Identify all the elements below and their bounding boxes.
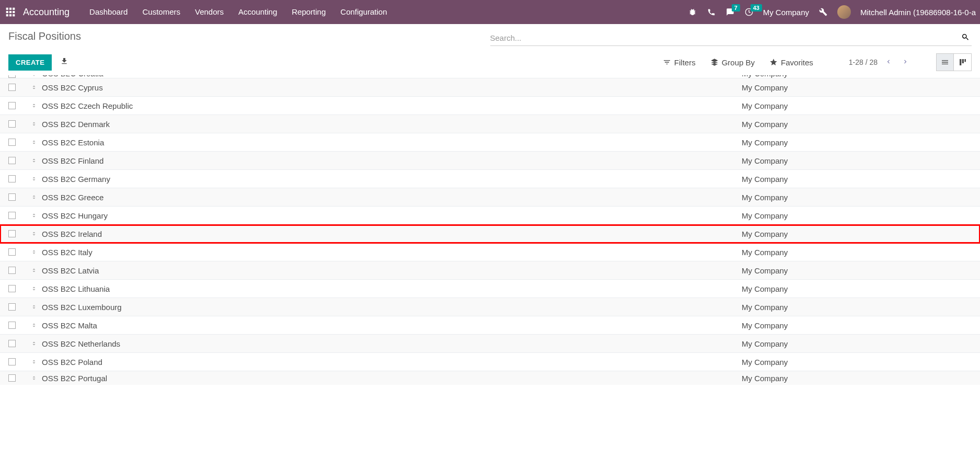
table-row[interactable]: OSS B2C ItalyMy Company <box>0 243 980 261</box>
apps-icon[interactable] <box>4 6 17 18</box>
table-row[interactable]: OSS B2C PortugalMy Company <box>0 371 980 385</box>
table-row[interactable]: OSS B2C DenmarkMy Company <box>0 115 980 133</box>
app-name[interactable]: Accounting <box>23 7 70 18</box>
sort-icon <box>31 120 37 128</box>
sort-icon <box>31 157 37 164</box>
import-button[interactable] <box>55 54 74 71</box>
row-checkbox[interactable] <box>8 303 16 311</box>
sort-icon <box>31 322 37 329</box>
menu-customers[interactable]: Customers <box>135 0 188 24</box>
drag-handle[interactable] <box>26 139 42 146</box>
menu-vendors[interactable]: Vendors <box>188 0 231 24</box>
messages-icon[interactable]: 7 <box>725 7 735 17</box>
table-row[interactable]: OSS B2C IrelandMy Company <box>0 225 980 243</box>
chevron-left-icon <box>885 58 892 65</box>
drag-handle[interactable] <box>26 193 42 201</box>
sort-icon <box>31 374 37 382</box>
pager-next-button[interactable] <box>900 56 911 69</box>
drag-handle[interactable] <box>26 120 42 128</box>
drag-handle[interactable] <box>26 102 42 109</box>
drag-handle[interactable] <box>26 358 42 365</box>
row-checkbox[interactable] <box>8 285 16 292</box>
drag-handle[interactable] <box>26 248 42 256</box>
table-row[interactable]: OSS B2C EstoniaMy Company <box>0 133 980 152</box>
search-button[interactable] <box>959 31 972 45</box>
row-checkbox[interactable] <box>8 157 16 164</box>
drag-handle[interactable] <box>26 175 42 182</box>
sort-icon <box>31 340 37 347</box>
table-row[interactable]: OSS B2C MaltaMy Company <box>0 316 980 335</box>
list-view-button[interactable] <box>936 53 954 71</box>
row-checkbox[interactable] <box>8 75 16 78</box>
drag-handle[interactable] <box>26 303 42 311</box>
filters-dropdown[interactable]: Filters <box>663 58 696 67</box>
row-checkbox[interactable] <box>8 212 16 219</box>
row-checkbox[interactable] <box>8 230 16 237</box>
drag-handle[interactable] <box>26 84 42 91</box>
row-name: OSS B2C Latvia <box>42 266 742 275</box>
menu-accounting[interactable]: Accounting <box>231 0 284 24</box>
drag-handle[interactable] <box>26 267 42 274</box>
drag-handle[interactable] <box>26 157 42 164</box>
user-menu[interactable]: Mitchell Admin (19686908-16-0-a <box>860 8 976 17</box>
row-checkbox[interactable] <box>8 322 16 329</box>
sort-icon <box>31 102 37 109</box>
svg-rect-3 <box>6 11 8 13</box>
search-input[interactable] <box>490 30 960 45</box>
pager-text[interactable]: 1-28 / 28 <box>849 58 878 66</box>
row-checkbox[interactable] <box>8 120 16 128</box>
create-button[interactable]: CREATE <box>8 54 52 71</box>
drag-handle[interactable] <box>26 374 42 382</box>
pager-prev-button[interactable] <box>883 56 894 69</box>
avatar[interactable] <box>837 5 851 19</box>
groupby-dropdown[interactable]: Group By <box>710 58 755 67</box>
row-checkbox[interactable] <box>8 193 16 201</box>
table-row[interactable]: OSS B2C HungaryMy Company <box>0 207 980 225</box>
table-row[interactable]: OSS B2C LatviaMy Company <box>0 261 980 280</box>
row-checkbox-cell <box>8 75 26 78</box>
drag-handle[interactable] <box>26 322 42 329</box>
table-row[interactable]: OSS B2C LuxembourgMy Company <box>0 298 980 316</box>
table-row[interactable]: OSS B2C LithuaniaMy Company <box>0 280 980 298</box>
support-icon[interactable] <box>707 7 716 17</box>
table-row[interactable]: OSS B2C GermanyMy Company <box>0 170 980 188</box>
row-checkbox[interactable] <box>8 139 16 146</box>
table-row[interactable]: OSS B2C NetherlandsMy Company <box>0 335 980 353</box>
row-checkbox[interactable] <box>8 358 16 365</box>
row-name: OSS B2C Estonia <box>42 138 742 147</box>
table-row[interactable]: OSS B2C Czech RepublicMy Company <box>0 97 980 115</box>
table-row[interactable]: OSS B2C CyprusMy Company <box>0 78 980 97</box>
row-company: My Company <box>742 138 972 147</box>
favorites-dropdown[interactable]: Favorites <box>769 58 813 67</box>
tools-icon[interactable] <box>818 7 828 17</box>
row-company: My Company <box>742 101 972 110</box>
drag-handle[interactable] <box>26 75 42 78</box>
activities-icon[interactable]: 43 <box>744 7 754 17</box>
row-name: OSS B2C Poland <box>42 358 742 367</box>
table-row[interactable]: OSS B2C GreeceMy Company <box>0 188 980 207</box>
table-row[interactable]: OSS B2C PolandMy Company <box>0 353 980 371</box>
menu-configuration[interactable]: Configuration <box>333 0 394 24</box>
row-checkbox-cell <box>8 157 26 164</box>
row-checkbox[interactable] <box>8 175 16 182</box>
row-checkbox[interactable] <box>8 340 16 347</box>
row-checkbox[interactable] <box>8 102 16 109</box>
drag-handle[interactable] <box>26 230 42 237</box>
row-checkbox[interactable] <box>8 267 16 274</box>
drag-handle[interactable] <box>26 340 42 347</box>
row-company: My Company <box>742 156 972 165</box>
drag-handle[interactable] <box>26 285 42 292</box>
debug-icon[interactable] <box>688 7 697 17</box>
table-row[interactable]: OSS B2C FinlandMy Company <box>0 152 980 170</box>
row-checkbox[interactable] <box>8 248 16 256</box>
kanban-view-button[interactable] <box>954 53 972 71</box>
row-checkbox-cell <box>8 230 26 237</box>
row-name: OSS B2C Czech Republic <box>42 101 742 110</box>
row-checkbox[interactable] <box>8 84 16 91</box>
menu-reporting[interactable]: Reporting <box>284 0 333 24</box>
row-checkbox[interactable] <box>8 374 16 382</box>
drag-handle[interactable] <box>26 212 42 219</box>
company-switcher[interactable]: My Company <box>763 8 809 17</box>
menu-dashboard[interactable]: Dashboard <box>82 0 135 24</box>
filters-label: Filters <box>674 58 696 67</box>
